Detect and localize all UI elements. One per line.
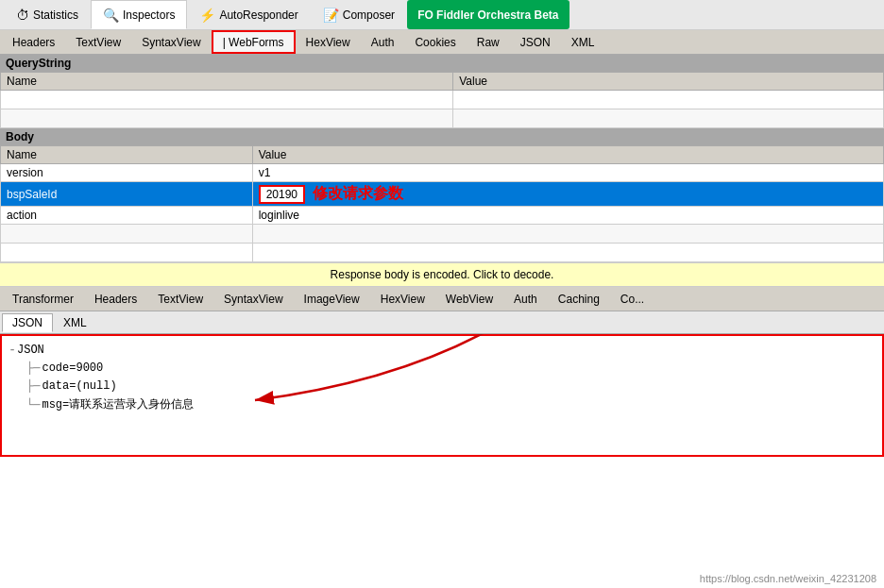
req-tab-textview[interactable]: TextView [65, 30, 131, 54]
watermark: https://blog.csdn.net/weixin_42231208 [700, 573, 876, 584]
res-tab-webview[interactable]: WebView [435, 287, 503, 311]
req-tab-raw[interactable]: Raw [467, 30, 510, 54]
querystring-section: QueryString Name Value [0, 55, 884, 128]
json-tab[interactable]: JSON [2, 313, 53, 332]
tree-item-data-text: data=(null) [42, 378, 116, 395]
tree-item-code: ├─ code=9000 [9, 360, 875, 378]
tree-item-msg-text: msg=请联系运营录入身份信息 [42, 396, 194, 414]
table-row [1, 244, 884, 262]
tab-autoresponder-label: AutoResponder [219, 8, 298, 22]
table-row [1, 91, 884, 109]
tab-statistics-label: Statistics [33, 8, 78, 22]
querystring-header: QueryString [0, 55, 884, 72]
response-encode-bar[interactable]: Response body is encoded. Click to decod… [0, 262, 884, 287]
body-section: Body Name Value version v1 bspSaleId [0, 128, 884, 262]
res-tab-auth[interactable]: Auth [503, 287, 548, 311]
tab-fiddler-orchestra[interactable]: FO Fiddler Orchestra Beta [407, 0, 569, 29]
table-row: action loginlive [1, 207, 884, 225]
body-col-name: Name [1, 146, 253, 164]
res-tab-hexview[interactable]: HexView [370, 287, 435, 311]
request-sub-tab-bar: Headers TextView SyntaxView | WebForms H… [0, 30, 884, 55]
body-row-version-value[interactable]: v1 [252, 164, 883, 182]
table-row-bspsaleid: bspSaleId 20190 修改请求参数 [1, 182, 884, 207]
statistics-icon: ⏱ [16, 8, 29, 23]
req-tab-hexview[interactable]: HexView [296, 30, 361, 54]
req-tab-cookies[interactable]: Cookies [404, 30, 466, 54]
tab-composer[interactable]: 📝 Composer [311, 0, 407, 29]
res-tab-imageview[interactable]: ImageView [294, 287, 370, 311]
body-header: Body [0, 128, 884, 145]
json-tree-area: ⁃ JSON ├─ code=9000 ├─ data=(null) └─ ms… [0, 334, 884, 588]
req-tab-headers[interactable]: Headers [2, 30, 65, 54]
body-row-version-name[interactable]: version [1, 164, 253, 182]
res-tab-syntaxview[interactable]: SyntaxView [213, 287, 293, 311]
tree-item-msg: └─ msg=请联系运营录入身份信息 [9, 396, 875, 414]
body-row-bspsaleid-name[interactable]: bspSaleId [1, 182, 253, 207]
annotation-text: 修改请求参数 [313, 184, 403, 204]
tree-root-label: JSON [17, 342, 44, 360]
tab-inspectors-label: Inspectors [123, 8, 175, 22]
body-row-action-name[interactable]: action [1, 207, 253, 225]
table-row: version v1 [1, 164, 884, 182]
tree-item-data: ├─ data=(null) [9, 378, 875, 395]
req-tab-webforms[interactable]: | WebForms [212, 30, 296, 54]
inspectors-icon: 🔍 [103, 8, 119, 23]
response-panel: Response body is encoded. Click to decod… [0, 262, 884, 588]
request-panel: Headers TextView SyntaxView | WebForms H… [0, 30, 884, 262]
res-tab-caching[interactable]: Caching [548, 287, 610, 311]
req-tab-xml[interactable]: XML [561, 30, 605, 54]
tree-item-code-text: code=9000 [42, 360, 103, 378]
qs-col-name: Name [1, 73, 453, 91]
tab-inspectors[interactable]: 🔍 Inspectors [91, 0, 187, 29]
body-col-value: Value [252, 146, 883, 164]
req-tab-auth[interactable]: Auth [361, 30, 405, 54]
tab-fiddler-orchestra-label: FO Fiddler Orchestra Beta [417, 8, 558, 22]
qs-col-value: Value [453, 73, 884, 91]
table-row [1, 225, 884, 244]
tab-composer-label: Composer [343, 8, 395, 22]
res-tab-transformer[interactable]: Transformer [2, 287, 84, 311]
res-tab-textview[interactable]: TextView [147, 287, 213, 311]
tab-autoresponder[interactable]: ⚡ AutoResponder [187, 0, 310, 29]
req-tab-syntaxview[interactable]: SyntaxView [131, 30, 211, 54]
body-row-action-value[interactable]: loginlive [252, 207, 883, 225]
composer-icon: 📝 [323, 8, 339, 23]
querystring-table: Name Value [0, 72, 884, 128]
body-table: Name Value version v1 bspSaleId 20190 [0, 145, 884, 262]
json-xml-tab-bar: JSON XML [0, 311, 884, 334]
autoresponder-icon: ⚡ [199, 8, 215, 23]
tree-root: ⁃ JSON [9, 342, 875, 360]
table-row [1, 109, 884, 128]
res-tab-headers[interactable]: Headers [84, 287, 147, 311]
req-tab-json[interactable]: JSON [510, 30, 561, 54]
xml-tab[interactable]: XML [53, 313, 97, 332]
json-tree-panel: ⁃ JSON ├─ code=9000 ├─ data=(null) └─ ms… [0, 334, 884, 457]
bspsaleid-input-box[interactable]: 20190 [259, 185, 305, 204]
top-tab-bar: ⏱ Statistics 🔍 Inspectors ⚡ AutoResponde… [0, 0, 884, 30]
tab-statistics[interactable]: ⏱ Statistics [4, 0, 91, 29]
res-tab-co[interactable]: Co... [610, 287, 654, 311]
body-row-bspsaleid-value[interactable]: 20190 修改请求参数 [252, 182, 883, 207]
response-sub-tab-bar: Transformer Headers TextView SyntaxView … [0, 287, 884, 311]
